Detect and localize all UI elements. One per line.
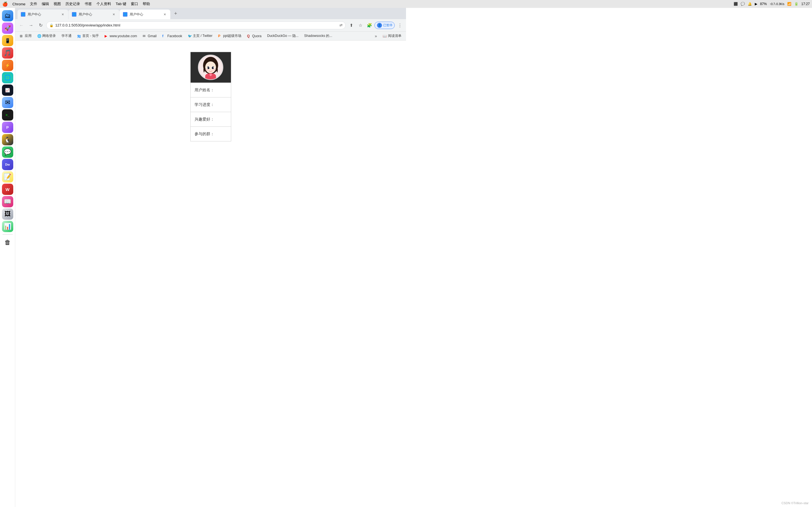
groups-label: 参与的群：	[195, 131, 214, 136]
menu-window[interactable]: 窗口	[131, 1, 138, 6]
bookmark-gmail-label: Gmail	[148, 34, 156, 38]
bookmark-xuebutong[interactable]: 学不通	[59, 33, 74, 40]
menu-view[interactable]: 视图	[54, 1, 61, 6]
tab-bar: 🌐 用户中心 ✕ 🌐 用户中心 ✕ 🌐 用户中心 ✕ +	[15, 8, 406, 19]
bookmark-readlist[interactable]: 📖 阅读清单	[380, 33, 404, 40]
bookmark-zhihu-icon: 知	[77, 34, 81, 38]
menu-file[interactable]: 文件	[30, 1, 37, 6]
bookmark-apps[interactable]: ⊞ 应用	[17, 33, 34, 40]
dock-swift[interactable]: ⚡	[2, 60, 13, 71]
avatar-container	[190, 52, 231, 83]
dock-dw[interactable]: Dw	[2, 159, 13, 170]
bookmark-twitter-label: 主页 / Twitter	[193, 34, 212, 38]
menu-profile[interactable]: 个人资料	[96, 1, 111, 6]
dock-penguin[interactable]: 🐧	[2, 134, 13, 145]
bookmark-ppt-label: ppt超级市场	[223, 34, 241, 38]
dock-sheets[interactable]: 📊	[2, 221, 13, 232]
address-text: 127.0.0.1:50530/preview/app/index.html	[55, 23, 338, 27]
dock-dict[interactable]: 📖	[2, 196, 13, 207]
apple-menu[interactable]: 🍎	[2, 1, 8, 7]
bookmark-facebook[interactable]: f Facebook	[160, 33, 185, 40]
bookmark-ppt[interactable]: P ppt超级市场	[216, 33, 244, 40]
tab-2-favicon: 🌐	[72, 12, 77, 17]
dock: 🗂 🚀 📱 🎵 ⚡ 🌐 📈 ✉ >_ P 🐧 💬 Dw 📝 W 📖 🖼 📊 🗑	[0, 8, 15, 253]
bookmark-twitter-icon: 🐦	[188, 34, 192, 38]
bookmark-facebook-label: Facebook	[167, 34, 182, 38]
bookmark-netlogin-icon: 🌐	[37, 34, 41, 38]
tab-3-title: 用户中心	[130, 12, 160, 17]
bookmark-netlogin[interactable]: 🌐 网络登录	[35, 33, 58, 40]
progress-label: 学习进度：	[195, 102, 214, 107]
share-icon[interactable]: ⬆	[347, 21, 355, 29]
tab-1-close[interactable]: ✕	[60, 12, 65, 17]
bookmarks-bar: ⊞ 应用 🌐 网络登录 学不通 知 首页 - 知乎 ▶ www.youtube.…	[15, 32, 406, 41]
tab-1-title: 用户中心	[28, 12, 58, 17]
menu-history[interactable]: 历史记录	[65, 1, 80, 6]
bookmark-duckduckgo-label: DuckDuckGo — 隐...	[267, 34, 299, 38]
profile-button[interactable]: 👤 已暂停	[374, 22, 395, 29]
dock-launchpad[interactable]: 🚀	[2, 22, 13, 34]
menu-tab[interactable]: Tab 键	[116, 1, 126, 6]
tab-3-favicon: 🌐	[123, 12, 128, 17]
dock-mail[interactable]: ✉	[2, 97, 13, 108]
tab-3-close[interactable]: ✕	[162, 12, 167, 17]
toolbar-actions: ⬆ ☆ 🧩 👤 已暂停 ⋮	[347, 21, 404, 29]
bookmark-duckduckgo[interactable]: DuckDuckGo — 隐...	[265, 33, 301, 40]
avatar-image	[198, 55, 223, 80]
interests-label: 兴趣爱好：	[195, 117, 214, 122]
dock-safari[interactable]: 🌐	[2, 72, 13, 83]
lock-icon: 🔒	[49, 23, 54, 27]
menu-dots-icon[interactable]: ⋮	[396, 21, 404, 29]
bookmark-gmail[interactable]: ✉ Gmail	[140, 33, 159, 40]
bookmark-shadowsocks[interactable]: Shadowsocks 的...	[302, 33, 335, 40]
tab-3[interactable]: 🌐 用户中心 ✕	[119, 10, 170, 19]
menu-edit[interactable]: 编辑	[42, 1, 49, 6]
bookmark-youtube-label: www.youtube.com	[110, 34, 137, 38]
dock-apps[interactable]: 📱	[2, 35, 13, 46]
dock-wechat[interactable]: 💬	[2, 147, 13, 158]
bookmark-apps-label: 应用	[25, 34, 32, 38]
toolbar: ← → ↻ 🔒 127.0.0.1:50530/preview/app/inde…	[15, 19, 406, 32]
dock-notes[interactable]: 📝	[2, 171, 13, 182]
bookmark-zhihu[interactable]: 知 首页 - 知乎	[75, 33, 101, 40]
bookmark-readlist-label: 阅读清单	[388, 34, 402, 38]
profile-avatar-small: 👤	[377, 23, 382, 28]
dock-finder[interactable]: 🗂	[2, 10, 13, 21]
avatar-svg	[199, 55, 223, 80]
dock-terminal[interactable]: >_	[2, 109, 13, 121]
refresh-button[interactable]: ↻	[37, 21, 45, 29]
back-button[interactable]: ←	[17, 21, 26, 29]
menu-bookmarks[interactable]: 书签	[85, 1, 92, 6]
bookmark-quora-icon: Q	[247, 34, 251, 38]
bookmark-icon[interactable]: ☆	[356, 21, 364, 29]
menu-chrome[interactable]: Chrome	[12, 2, 26, 6]
dock-trash[interactable]: 🗑	[2, 237, 13, 248]
new-tab-button[interactable]: +	[172, 10, 180, 17]
bookmark-quora[interactable]: Q Quora	[245, 33, 264, 40]
extensions-icon[interactable]: 🧩	[365, 21, 373, 29]
translate-icon[interactable]: ⇄	[340, 23, 343, 27]
dock-stocks[interactable]: 📈	[2, 84, 13, 96]
forward-button[interactable]: →	[27, 21, 35, 29]
dock-music[interactable]: 🎵	[2, 47, 13, 59]
svg-point-9	[210, 69, 211, 70]
menu-help[interactable]: 帮助	[143, 1, 150, 6]
dock-pcc[interactable]: P	[2, 122, 13, 133]
address-bar[interactable]: 🔒 127.0.0.1:50530/preview/app/index.html…	[46, 21, 346, 29]
bookmarks-more-button[interactable]: »	[373, 34, 378, 38]
svg-point-7	[209, 67, 209, 68]
tab-2-close[interactable]: ✕	[111, 12, 116, 17]
username-row: 用户姓名：	[190, 83, 231, 98]
tab-2[interactable]: 🌐 用户中心 ✕	[68, 10, 119, 19]
bookmark-readlist-icon: 📖	[383, 34, 387, 38]
bookmark-twitter[interactable]: 🐦 主页 / Twitter	[186, 33, 214, 40]
chrome-window: 🌐 用户中心 ✕ 🌐 用户中心 ✕ 🌐 用户中心 ✕ + ← → ↻ 🔒 127…	[15, 8, 406, 253]
bookmark-youtube[interactable]: ▶ www.youtube.com	[102, 33, 139, 40]
bookmark-gmail-icon: ✉	[143, 34, 147, 38]
menubar-left: 🍎 Chrome 文件 编辑 视图 历史记录 书签 个人资料 Tab 键 窗口 …	[2, 1, 150, 7]
dock-preview[interactable]: 🖼	[2, 209, 13, 220]
dock-wps[interactable]: W	[2, 184, 13, 195]
tab-1[interactable]: 🌐 用户中心 ✕	[17, 10, 68, 19]
svg-point-8	[213, 67, 213, 68]
browser-content: 用户姓名： 学习进度： 兴趣爱好： 参与的群：	[15, 41, 406, 253]
